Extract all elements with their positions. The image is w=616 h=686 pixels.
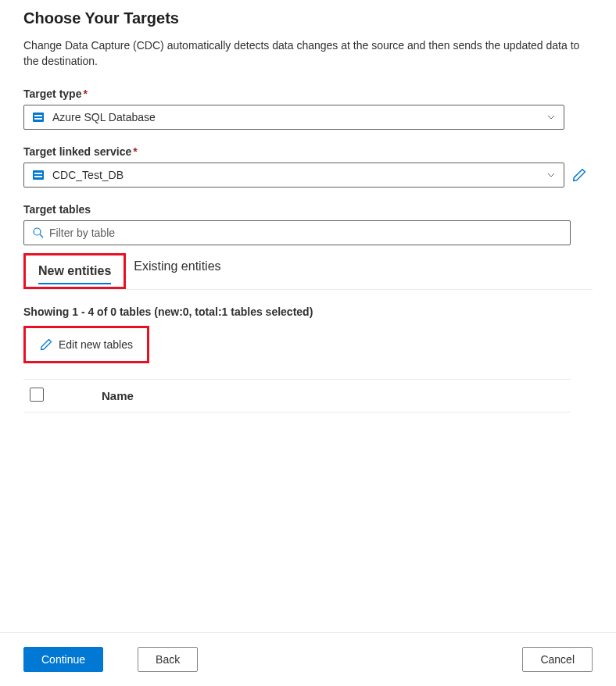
svg-rect-3	[33, 170, 44, 180]
edit-linked-service-icon[interactable]	[572, 168, 586, 182]
chevron-down-icon	[546, 170, 556, 180]
svg-rect-5	[34, 176, 42, 177]
target-type-dropdown[interactable]: Azure SQL Database	[23, 105, 564, 130]
target-linked-service-label: Target linked service*	[23, 145, 593, 158]
highlight-new-entities: New entities	[23, 253, 126, 289]
footer-bar: Continue Back Cancel	[0, 632, 616, 686]
page-description: Change Data Capture (CDC) automatically …	[23, 38, 593, 69]
svg-rect-2	[34, 118, 42, 120]
svg-rect-0	[33, 113, 44, 122]
chevron-down-icon	[546, 113, 556, 122]
search-icon	[32, 227, 45, 239]
sql-database-icon	[32, 169, 45, 181]
pencil-icon	[40, 338, 52, 351]
entity-tabs: New entities Existing entities	[23, 253, 593, 290]
column-header-name[interactable]: Name	[102, 389, 134, 402]
target-linked-service-dropdown[interactable]: CDC_Test_DB	[23, 163, 564, 188]
svg-line-7	[40, 234, 43, 238]
target-tables-label: Target tables	[23, 203, 593, 216]
highlight-edit-new-tables: Edit new tables	[23, 326, 149, 363]
filter-input-wrap[interactable]	[23, 220, 571, 245]
continue-button[interactable]: Continue	[23, 647, 103, 672]
table-header-row: Name	[23, 379, 571, 413]
page-title: Choose Your Targets	[23, 9, 593, 27]
svg-point-6	[34, 228, 41, 235]
filter-table-input[interactable]	[49, 227, 562, 239]
edit-new-tables-label: Edit new tables	[59, 338, 133, 351]
svg-rect-1	[34, 115, 42, 116]
back-button[interactable]: Back	[138, 647, 198, 672]
cancel-button[interactable]: Cancel	[522, 647, 593, 672]
edit-new-tables-button[interactable]: Edit new tables	[30, 330, 142, 359]
target-type-label: Target type*	[23, 88, 593, 100]
tab-new-entities[interactable]: New entities	[30, 258, 119, 284]
target-linked-service-value: CDC_Test_DB	[52, 169, 546, 181]
tab-existing-entities[interactable]: Existing entities	[126, 253, 228, 289]
target-type-value: Azure SQL Database	[52, 111, 546, 123]
svg-rect-4	[34, 173, 42, 174]
select-all-checkbox[interactable]	[30, 388, 44, 402]
showing-count: Showing 1 - 4 of 0 tables (new:0, total:…	[23, 305, 593, 318]
sql-database-icon	[32, 111, 45, 123]
